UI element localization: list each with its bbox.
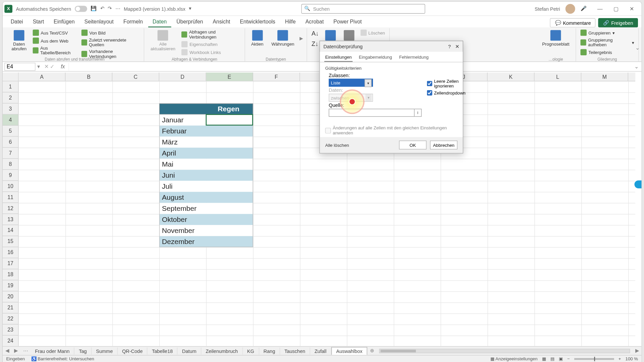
row-header-9[interactable]: 9 (3, 170, 18, 181)
sheet-nav-more[interactable]: ⋯ (20, 348, 31, 354)
recent-sources[interactable]: Zuletzt verwendete Quellen (80, 37, 141, 48)
dialog-tab-error-msg[interactable]: Fehlermeldung (398, 54, 429, 62)
range-picker-icon[interactable]: ↕ (414, 109, 421, 116)
dialog-close-button[interactable]: ✕ (455, 44, 459, 49)
group-button[interactable]: Gruppieren ▾ (580, 29, 635, 36)
name-box[interactable]: E4 (4, 63, 35, 71)
expand-formula-icon[interactable]: ⌄ (632, 63, 642, 69)
refresh-all-button[interactable]: Alle aktualisieren (148, 29, 178, 56)
row-header-4[interactable]: 4 (3, 115, 18, 126)
tab-seitenlayout[interactable]: Seitenlayout (80, 17, 118, 27)
qat-redo-icon[interactable]: ↷ (108, 6, 112, 11)
row-header-22[interactable]: 22 (3, 313, 18, 324)
comments-button[interactable]: 💬 Kommentare (550, 18, 596, 27)
col-header-M[interactable]: M (581, 72, 628, 81)
ungroup-button[interactable]: Gruppierung aufheben ▾ (580, 37, 635, 48)
tab-powerpivot[interactable]: Power Pivot (329, 17, 366, 27)
sheet-tab[interactable]: Auswahlbox (331, 347, 367, 355)
row-header-11[interactable]: 11 (3, 192, 18, 203)
queries-connections[interactable]: Abfragen und Verbindungen (181, 29, 241, 40)
mic-icon[interactable]: 🎤 (581, 6, 587, 11)
month-cell[interactable]: Februar (160, 126, 206, 137)
allow-select[interactable]: Liste (329, 79, 373, 87)
sheet-tab[interactable]: Summe (92, 347, 118, 354)
row-header-7[interactable]: 7 (3, 148, 18, 159)
qat-undo-icon[interactable]: ↶ (100, 6, 104, 11)
tab-acrobat[interactable]: Acrobat (301, 17, 328, 27)
sheet-tab[interactable]: KG (243, 347, 259, 354)
horizontal-scrollbar[interactable] (379, 349, 630, 353)
sheet-nav-next[interactable]: ▶ (11, 348, 20, 354)
sheet-tab[interactable]: Tabelle18 (148, 347, 178, 354)
month-cell[interactable]: Oktober (160, 214, 206, 225)
tab-datei[interactable]: Datei (6, 17, 27, 27)
from-text-csv[interactable]: Aus Text/CSV (32, 29, 78, 36)
subtotal-button[interactable]: Teilergebnis (580, 49, 635, 56)
get-data-button[interactable]: Daten abrufen (9, 29, 29, 59)
ok-button[interactable]: OK (399, 140, 427, 149)
row-header-16[interactable]: 16 (3, 247, 18, 258)
sheet-tab[interactable]: QR-Code (118, 347, 148, 354)
workbook-links[interactable]: Workbook Links (181, 49, 241, 56)
row-header-12[interactable]: 12 (3, 203, 18, 214)
tab-formeln[interactable]: Formeln (119, 17, 147, 27)
ignore-blank-checkbox[interactable]: Leere Zellen ignorieren (427, 79, 466, 88)
month-cell[interactable]: August (160, 192, 206, 203)
row-header-19[interactable]: 19 (3, 280, 18, 291)
tab-einfuegen[interactable]: Einfügen (49, 17, 79, 27)
display-settings[interactable]: ▦ Anzeigeeinstellungen (490, 356, 537, 361)
stocks-button[interactable]: Aktien (249, 29, 266, 47)
cancel-button[interactable]: Abbrechen (430, 140, 458, 149)
sheet-tab[interactable]: Tauschen (280, 347, 310, 354)
fx-icon[interactable]: fx (57, 63, 68, 69)
row-header-20[interactable]: 20 (3, 291, 18, 302)
maximize-button[interactable]: ▢ (608, 4, 624, 13)
col-header-B[interactable]: B (65, 72, 112, 81)
month-cell[interactable]: Juli (160, 181, 206, 192)
month-cell[interactable]: November (160, 225, 206, 236)
clear-filter[interactable]: Löschen (360, 29, 386, 36)
qat-save-icon[interactable]: 💾 (91, 6, 97, 11)
view-break-icon[interactable]: ▣ (559, 356, 563, 361)
sort-asc[interactable]: A↓ (311, 29, 320, 37)
month-cell[interactable]: Juni (160, 170, 206, 181)
row-headers[interactable]: 123456789101112131415161718192021222324 (3, 81, 18, 346)
source-input[interactable]: ↕ (329, 109, 422, 117)
collapse-ribbon-icon[interactable]: ⌄ (635, 45, 640, 51)
sheet-tab[interactable]: Tag (74, 347, 92, 354)
view-normal-icon[interactable]: ▦ (542, 356, 546, 361)
tab-ansicht[interactable]: Ansicht (208, 17, 234, 27)
month-cell[interactable]: Januar (160, 115, 206, 126)
col-header-L[interactable]: L (534, 72, 581, 81)
tab-ueberpruefen[interactable]: Überprüfen (172, 17, 208, 27)
month-cell[interactable]: März (160, 137, 206, 148)
dialog-tab-input-msg[interactable]: Eingabemeldung (358, 54, 393, 62)
from-table-range[interactable]: Aus Tabelle/Bereich (32, 45, 78, 56)
dialog-help-button[interactable]: ? (448, 44, 451, 49)
sheet-tab[interactable]: Frau oder Mann (31, 347, 74, 354)
qat-more-icon[interactable]: ⋯ (115, 6, 120, 11)
side-fab-icon[interactable] (634, 180, 641, 188)
row-header-21[interactable]: 21 (3, 302, 18, 313)
share-button[interactable]: 🔗 Freigeben (598, 18, 638, 27)
row-header-3[interactable]: 3 (3, 104, 18, 115)
select-all-corner[interactable] (3, 72, 18, 81)
status-accessibility[interactable]: ♿ Barrierefreiheit: Untersuchen (31, 356, 94, 361)
row-header-5[interactable]: 5 (3, 126, 18, 137)
col-header-C[interactable]: C (112, 72, 159, 81)
row-header-18[interactable]: 18 (3, 269, 18, 280)
sort-desc[interactable]: Z↓ (311, 40, 320, 48)
month-cell[interactable]: Mai (160, 159, 206, 170)
month-cell[interactable]: Dezember (160, 236, 206, 247)
month-cell[interactable]: April (160, 148, 206, 159)
col-header-F[interactable]: F (253, 72, 300, 81)
row-header-13[interactable]: 13 (3, 214, 18, 225)
forecast-sheet-button[interactable]: Prognoseblatt (539, 29, 572, 47)
row-header-14[interactable]: 14 (3, 225, 18, 236)
row-header-6[interactable]: 6 (3, 137, 18, 148)
tab-entwicklertools[interactable]: Entwicklertools (235, 17, 280, 27)
row-header-2[interactable]: 2 (3, 93, 18, 104)
filename-dropdown-icon[interactable]: ▾ (189, 6, 192, 11)
currencies-button[interactable]: Währungen (269, 29, 297, 47)
tab-start[interactable]: Start (28, 17, 48, 27)
